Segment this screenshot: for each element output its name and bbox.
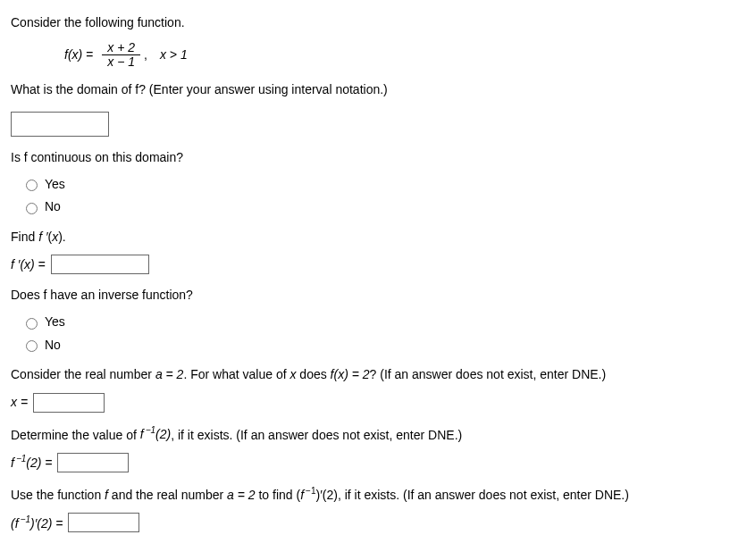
fraction: x + 2 x − 1 bbox=[102, 41, 140, 70]
q8-prefix: Use the function bbox=[11, 488, 105, 502]
continuous-yes-radio[interactable] bbox=[26, 180, 38, 191]
continuous-question: Is f continuous on this domain? bbox=[11, 149, 719, 167]
q7-finv: f −1(2) bbox=[140, 427, 171, 441]
inverse-yes-label: Yes bbox=[45, 313, 65, 331]
q8-suffix: , if it exists. (If an answer does not e… bbox=[338, 488, 629, 502]
fprime-label: f ′(x) = bbox=[11, 256, 46, 274]
fx-equals: f(x) = bbox=[64, 46, 93, 64]
q7-prefix: Determine the value of bbox=[11, 427, 140, 441]
finv-answer-line: f −1(2) = bbox=[11, 453, 719, 472]
q6-prefix: Consider the real number bbox=[11, 367, 155, 381]
inverse-yes-radio[interactable] bbox=[26, 318, 38, 330]
inverse-radio-group: Yes No bbox=[21, 313, 719, 354]
domain-question: What is the domain of f? (Enter your ans… bbox=[11, 81, 719, 99]
inverse-row-yes: Yes bbox=[21, 313, 719, 331]
find-fprime-question: Find f ′(x). bbox=[11, 229, 719, 247]
finv-question: Determine the value of f −1(2), if it ex… bbox=[11, 425, 719, 444]
q6-suffix: ? (If an answer does not exist, enter DN… bbox=[370, 367, 607, 381]
inverse-row-no: No bbox=[21, 337, 719, 355]
domain-input[interactable] bbox=[11, 112, 109, 137]
denominator: x − 1 bbox=[102, 55, 140, 69]
domain-condition: x > 1 bbox=[160, 46, 188, 64]
q6-fx: f(x) = 2 bbox=[331, 367, 370, 381]
q6-a-eq: a = 2 bbox=[155, 367, 184, 381]
q8-mid1: and the real number bbox=[108, 488, 227, 502]
inverse-question: Does f have an inverse function? bbox=[11, 287, 719, 305]
finvp-input[interactable] bbox=[68, 513, 139, 532]
numerator: x + 2 bbox=[102, 41, 140, 55]
q8-a: a = 2 bbox=[227, 488, 256, 502]
q7-suffix: , if it exists. (If an answer does not e… bbox=[171, 427, 462, 441]
finvp-label: (f −1)′(2) = bbox=[11, 514, 63, 532]
x-answer-line: x = bbox=[11, 393, 719, 413]
comma: , bbox=[144, 46, 147, 64]
q6-does: does bbox=[296, 367, 330, 381]
x-label: x = bbox=[11, 394, 28, 412]
q6-mid: . For what value of bbox=[183, 367, 289, 381]
inverse-no-radio[interactable] bbox=[26, 340, 38, 352]
real-number-question: Consider the real number a = 2. For what… bbox=[11, 366, 719, 384]
no-label: No bbox=[45, 198, 61, 216]
fprime-answer-line: f ′(x) = bbox=[11, 255, 719, 274]
x-input[interactable] bbox=[33, 393, 105, 413]
yes-label: Yes bbox=[45, 176, 65, 194]
finvp-question: Use the function f and the real number a… bbox=[11, 485, 719, 504]
radio-row-no: No bbox=[21, 198, 719, 216]
function-formula: f(x) = x + 2 x − 1 , x > 1 bbox=[64, 41, 719, 70]
intro-text: Consider the following function. bbox=[11, 14, 719, 32]
continuous-no-radio[interactable] bbox=[26, 203, 38, 214]
fprime-input[interactable] bbox=[51, 255, 149, 274]
q8-mid2: to find (f −1)′(2) bbox=[256, 488, 338, 502]
radio-row-yes: Yes bbox=[21, 176, 719, 194]
inverse-no-label: No bbox=[45, 337, 61, 355]
finv-label: f −1(2) = bbox=[11, 453, 52, 472]
finv-input[interactable] bbox=[57, 453, 129, 472]
finvp-answer-line: (f −1)′(2) = bbox=[11, 513, 719, 532]
continuous-radio-group: Yes No bbox=[21, 176, 719, 216]
